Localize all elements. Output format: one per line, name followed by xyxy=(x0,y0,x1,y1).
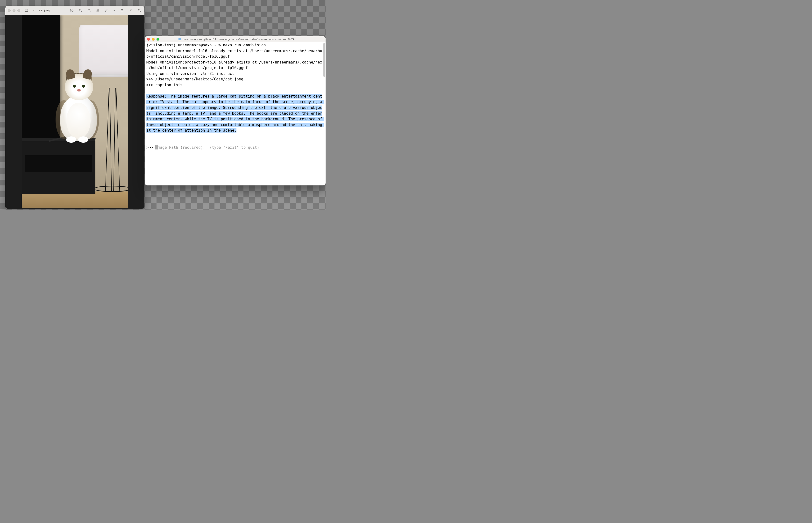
terminal-window: unseenmars — python3.11 ~/miniforge3/env… xyxy=(145,36,326,185)
sidebar-toggle-icon[interactable] xyxy=(24,8,29,13)
term-next-prompt-hint: mage Path (required): (type "/exit" to q… xyxy=(158,145,259,150)
zoom-out-icon[interactable] xyxy=(78,8,83,13)
close-button[interactable] xyxy=(8,9,11,12)
window-traffic-lights xyxy=(147,38,159,40)
minimize-button[interactable] xyxy=(13,9,16,12)
close-button[interactable] xyxy=(147,38,150,40)
svg-rect-13 xyxy=(121,10,123,11)
svg-line-15 xyxy=(140,11,141,12)
terminal-title-text: unseenmars — python3.11 ~/miniforge3/env… xyxy=(183,38,294,40)
term-prompt-prefix: >>> xyxy=(146,145,155,150)
info-icon[interactable] xyxy=(69,8,74,13)
markup-icon[interactable] xyxy=(104,8,109,13)
term-line: Model omnivision:projector-fp16 already … xyxy=(146,60,322,70)
term-prompt-prefix: >>> xyxy=(146,83,155,87)
preview-titlebar[interactable]: cat.jpeg xyxy=(5,6,144,15)
zoom-in-icon[interactable] xyxy=(87,8,92,13)
term-line: Using omni-vlm-version: vlm-81-instruct xyxy=(146,71,234,76)
svg-rect-0 xyxy=(25,9,28,11)
term-prompt-prefix: >>> xyxy=(146,77,155,82)
term-line: Model omnivision:model-fp16 already exis… xyxy=(146,49,322,59)
preview-image-area[interactable] xyxy=(5,15,144,209)
svg-line-11 xyxy=(90,11,91,12)
terminal-title: unseenmars — python3.11 ~/miniforge3/env… xyxy=(163,38,310,40)
rotate-icon[interactable] xyxy=(119,8,125,13)
term-line: (vision-test) unseenmars@nexa ~ % nexa r… xyxy=(146,43,266,47)
minimize-button[interactable] xyxy=(152,38,155,40)
terminal-scrollbar[interactable] xyxy=(323,43,325,77)
svg-line-7 xyxy=(81,11,82,12)
preview-image xyxy=(22,15,128,209)
term-input-command: caption this xyxy=(155,83,182,87)
terminal-output[interactable]: (vision-test) unseenmars@nexa ~ % nexa r… xyxy=(145,42,326,185)
term-input-path: /Users/unseenmars/Desktop/Case/cat.jpeg xyxy=(155,77,243,82)
share-icon[interactable] xyxy=(95,8,101,13)
terminal-titlebar[interactable]: unseenmars — python3.11 ~/miniforge3/env… xyxy=(145,36,326,42)
search-icon[interactable] xyxy=(137,8,142,13)
terminal-cursor xyxy=(155,145,158,149)
more-icon[interactable] xyxy=(128,8,133,13)
chevron-down-icon[interactable] xyxy=(31,8,36,13)
zoom-button[interactable] xyxy=(157,38,159,40)
term-response-highlight: Response: The image features a large cat… xyxy=(146,94,324,132)
svg-point-14 xyxy=(138,9,140,11)
window-traffic-lights xyxy=(8,9,20,12)
zoom-button[interactable] xyxy=(17,9,20,12)
chevron-down-icon[interactable] xyxy=(112,8,116,13)
preview-filename: cat.jpeg xyxy=(39,8,50,12)
preview-window: cat.jpeg xyxy=(5,6,144,209)
folder-icon xyxy=(179,38,181,40)
